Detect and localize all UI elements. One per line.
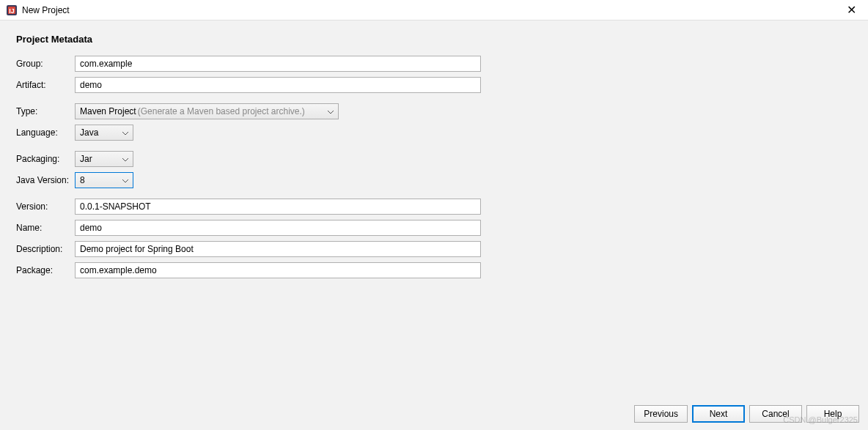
input-version[interactable] [75, 199, 481, 215]
label-type: Type: [16, 106, 75, 116]
select-language[interactable]: Java [75, 125, 133, 141]
row-name: Name: [16, 219, 852, 237]
label-package: Package: [16, 265, 75, 275]
row-group: Group: [16, 55, 852, 73]
cancel-button[interactable]: Cancel [749, 405, 802, 423]
chevron-down-icon [122, 175, 128, 185]
content-area: Project Metadata Group: Artifact: Type: … [0, 21, 868, 296]
select-java-version-value: 8 [80, 175, 85, 185]
input-group[interactable] [75, 56, 481, 72]
row-java-version: Java Version: 8 [16, 171, 852, 189]
label-java-version: Java Version: [16, 175, 75, 185]
row-packaging: Packaging: Jar [16, 150, 852, 168]
select-language-value: Java [80, 127, 98, 138]
row-language: Language: Java [16, 124, 852, 141]
row-artifact: Artifact: [16, 76, 852, 94]
row-type: Type: Maven Project (Generate a Maven ba… [16, 103, 852, 120]
title-bar: IJ New Project ✕ [0, 0, 868, 21]
select-java-version[interactable]: 8 [75, 172, 133, 188]
select-type-value: Maven Project [80, 106, 136, 116]
button-bar: Previous Next Cancel Help [634, 405, 859, 423]
label-version: Version: [16, 201, 75, 212]
app-icon: IJ [6, 4, 18, 16]
label-language: Language: [16, 127, 75, 138]
select-type-hint: (Generate a Maven based project archive.… [138, 106, 305, 116]
section-title: Project Metadata [16, 34, 852, 45]
row-description: Description: [16, 240, 852, 258]
window-title: New Project [22, 5, 841, 15]
svg-text:IJ: IJ [9, 7, 15, 15]
help-button[interactable]: Help [806, 405, 859, 423]
label-group: Group: [16, 59, 75, 69]
chevron-down-icon [122, 154, 128, 164]
chevron-down-icon [122, 127, 128, 138]
next-button[interactable]: Next [692, 405, 745, 423]
input-package[interactable] [75, 262, 481, 278]
row-package: Package: [16, 262, 852, 279]
label-description: Description: [16, 244, 75, 254]
row-version: Version: [16, 198, 852, 215]
label-name: Name: [16, 223, 75, 233]
select-type[interactable]: Maven Project (Generate a Maven based pr… [75, 103, 339, 119]
input-name[interactable] [75, 220, 481, 236]
close-icon[interactable]: ✕ [841, 1, 862, 18]
select-packaging-value: Jar [80, 154, 92, 164]
input-artifact[interactable] [75, 77, 481, 93]
select-packaging[interactable]: Jar [75, 151, 133, 167]
label-artifact: Artifact: [16, 80, 75, 90]
chevron-down-icon [328, 106, 334, 116]
label-packaging: Packaging: [16, 154, 75, 164]
input-description[interactable] [75, 241, 481, 257]
previous-button[interactable]: Previous [634, 405, 688, 423]
